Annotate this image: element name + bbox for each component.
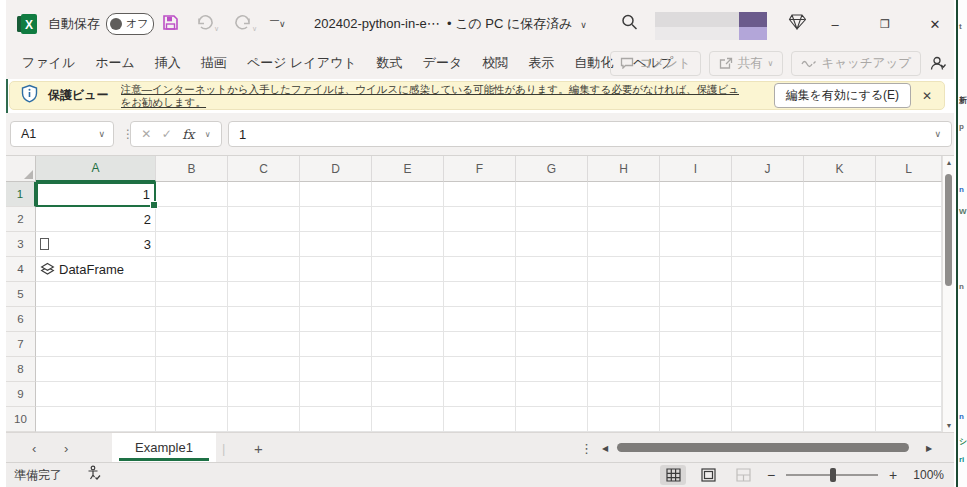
cell-F9[interactable] <box>444 382 516 407</box>
cell-I1[interactable] <box>660 182 732 207</box>
cell-G10[interactable] <box>516 407 588 432</box>
sheet-next-icon[interactable]: › <box>64 440 68 455</box>
cell-G5[interactable] <box>516 282 588 307</box>
cell-B2[interactable] <box>156 207 228 232</box>
scroll-right-icon[interactable]: ▶ <box>926 443 932 452</box>
cell-L6[interactable] <box>876 307 942 332</box>
select-all-corner[interactable] <box>6 156 36 182</box>
row-header-3[interactable]: 3 <box>6 232 36 257</box>
confirm-entry-icon[interactable]: ✓ <box>162 127 172 141</box>
cell-L8[interactable] <box>876 357 942 382</box>
cell-B3[interactable] <box>156 232 228 257</box>
cell-B6[interactable] <box>156 307 228 332</box>
cell-A7[interactable] <box>36 332 156 357</box>
zoom-in-button[interactable]: + <box>887 467 899 483</box>
cell-I10[interactable] <box>660 407 732 432</box>
save-icon[interactable] <box>162 14 179 34</box>
cell-C7[interactable] <box>228 332 300 357</box>
cell-G1[interactable] <box>516 182 588 207</box>
ribbon-tab-ホーム[interactable]: ホーム <box>85 49 145 77</box>
minimize-button[interactable]: – <box>818 16 852 31</box>
chevron-down-icon[interactable]: ∨ <box>98 129 105 139</box>
cell-C4[interactable] <box>228 257 300 282</box>
protected-view-message[interactable]: 注意—インターネットから入手したファイルは、ウイルスに感染している可能性がありま… <box>121 83 739 109</box>
cell-J7[interactable] <box>732 332 804 357</box>
cell-J10[interactable] <box>732 407 804 432</box>
column-header-A[interactable]: A <box>36 156 156 182</box>
cell-A9[interactable] <box>36 382 156 407</box>
column-header-H[interactable]: H <box>588 156 660 182</box>
customize-qat-icon[interactable]: ⎺∨ <box>270 18 286 29</box>
zoom-slider-thumb[interactable] <box>830 468 836 482</box>
search-icon[interactable] <box>621 13 638 34</box>
accessibility-checker-icon[interactable] <box>86 465 102 485</box>
undo-dropdown-icon[interactable]: ∨ <box>214 24 219 31</box>
add-sheet-icon[interactable]: + <box>254 439 263 456</box>
insert-function-icon[interactable]: fx <box>182 127 194 142</box>
cell-D4[interactable] <box>300 257 372 282</box>
cell-L10[interactable] <box>876 407 942 432</box>
cell-K5[interactable] <box>804 282 876 307</box>
formula-input[interactable]: 1 ∨ <box>228 121 952 147</box>
ribbon-tab-描画[interactable]: 描画 <box>191 49 237 77</box>
ribbon-tab-表示[interactable]: 表示 <box>518 49 564 77</box>
cell-D7[interactable] <box>300 332 372 357</box>
row-header-7[interactable]: 7 <box>6 332 36 357</box>
cell-G2[interactable] <box>516 207 588 232</box>
cell-C8[interactable] <box>228 357 300 382</box>
user-account-redacted[interactable] <box>655 6 767 42</box>
cell-H5[interactable] <box>588 282 660 307</box>
scroll-up-icon[interactable]: ▲ <box>943 159 955 166</box>
vertical-scrollbar[interactable]: ▲ ▼ <box>942 156 954 432</box>
cell-J3[interactable] <box>732 232 804 257</box>
ribbon-tab-ファイル[interactable]: ファイル <box>12 49 85 77</box>
cell-G9[interactable] <box>516 382 588 407</box>
ready-status[interactable]: 準備完了 <box>14 467 62 484</box>
cell-F2[interactable] <box>444 207 516 232</box>
cell-C2[interactable] <box>228 207 300 232</box>
cell-H8[interactable] <box>588 357 660 382</box>
zoom-level[interactable]: 100% <box>908 468 944 482</box>
excel-app-icon[interactable]: X <box>16 13 38 35</box>
cell-E1[interactable] <box>372 182 444 207</box>
cell-H10[interactable] <box>588 407 660 432</box>
cell-B8[interactable] <box>156 357 228 382</box>
cell-F10[interactable] <box>444 407 516 432</box>
name-box[interactable]: A1 ∨ <box>10 121 114 147</box>
cell-F4[interactable] <box>444 257 516 282</box>
horizontal-scrollbar-thumb[interactable] <box>617 443 909 452</box>
cell-L3[interactable] <box>876 232 942 257</box>
zoom-out-button[interactable]: − <box>765 467 777 483</box>
cell-H9[interactable] <box>588 382 660 407</box>
cell-D10[interactable] <box>300 407 372 432</box>
cell-I2[interactable] <box>660 207 732 232</box>
cell-C10[interactable] <box>228 407 300 432</box>
row-header-6[interactable]: 6 <box>6 307 36 332</box>
page-break-preview-button[interactable] <box>730 465 756 485</box>
column-header-F[interactable]: F <box>444 156 516 182</box>
cell-H7[interactable] <box>588 332 660 357</box>
cell-H4[interactable] <box>588 257 660 282</box>
redo-icon[interactable]: ∨ <box>234 14 257 33</box>
close-button[interactable]: ✕ <box>918 16 952 31</box>
row-header-9[interactable]: 9 <box>6 382 36 407</box>
cell-I3[interactable] <box>660 232 732 257</box>
redo-dropdown-icon[interactable]: ∨ <box>252 24 257 31</box>
cancel-entry-icon[interactable]: ✕ <box>141 127 151 141</box>
scroll-down-icon[interactable]: ▼ <box>943 422 955 429</box>
chevron-down-icon[interactable]: ∨ <box>580 20 587 30</box>
vertical-scrollbar-thumb[interactable] <box>945 174 952 286</box>
scroll-left-icon[interactable]: ◀ <box>602 443 608 452</box>
cell-L9[interactable] <box>876 382 942 407</box>
cell-K2[interactable] <box>804 207 876 232</box>
column-header-J[interactable]: J <box>732 156 804 182</box>
comments-button[interactable]: コメント <box>610 51 700 76</box>
cell-E2[interactable] <box>372 207 444 232</box>
cell-G7[interactable] <box>516 332 588 357</box>
cell-C9[interactable] <box>228 382 300 407</box>
ribbon-tab-ページ レイアウト[interactable]: ページ レイアウト <box>237 49 367 77</box>
cell-J6[interactable] <box>732 307 804 332</box>
row-header-10[interactable]: 10 <box>6 407 36 432</box>
cell-L2[interactable] <box>876 207 942 232</box>
cell-C3[interactable] <box>228 232 300 257</box>
